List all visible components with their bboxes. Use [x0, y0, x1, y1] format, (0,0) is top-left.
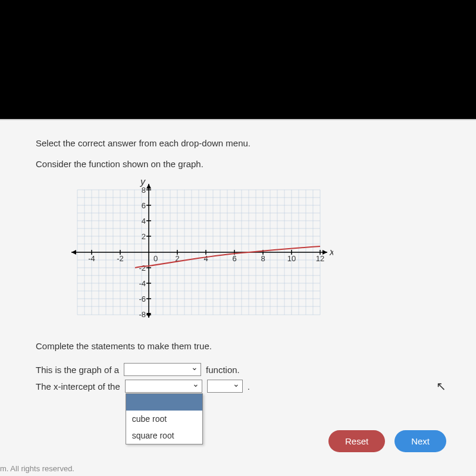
- svg-text:8: 8: [261, 254, 265, 263]
- dropdown-option-blank[interactable]: [126, 394, 202, 411]
- svg-text:2: 2: [142, 232, 146, 241]
- svg-text:10: 10: [287, 254, 296, 263]
- dropdown-option-cube-root[interactable]: cube root: [126, 411, 202, 427]
- footer-text: m. All rights reserved.: [0, 464, 74, 473]
- dropdown-option-square-root[interactable]: square root: [126, 427, 202, 444]
- button-row: Reset Next: [328, 430, 446, 452]
- svg-text:6: 6: [142, 201, 146, 210]
- svg-text:6: 6: [232, 254, 236, 263]
- svg-text:-2: -2: [139, 264, 146, 273]
- statement-1-post: function.: [206, 365, 240, 375]
- top-black-bar: [0, 0, 476, 119]
- svg-text:0: 0: [154, 254, 158, 263]
- svg-text:-6: -6: [139, 295, 146, 303]
- function-type-dropdown[interactable]: [124, 363, 201, 376]
- statement-1-pre: This is the graph of a: [36, 365, 119, 375]
- svg-text:-8: -8: [139, 310, 146, 319]
- complete-statement-text: Complete the statements to make them tru…: [36, 341, 458, 351]
- x-intercept-dropdown[interactable]: cube root square root: [125, 380, 202, 393]
- svg-text:-4: -4: [88, 254, 95, 263]
- svg-text:y: y: [140, 178, 146, 187]
- content-area: Select the correct answer from each drop…: [0, 119, 476, 476]
- instruction-text: Select the correct answer from each drop…: [36, 138, 458, 148]
- x-intercept-value-dropdown[interactable]: [207, 380, 243, 393]
- next-button[interactable]: Next: [394, 430, 446, 452]
- svg-text:8: 8: [142, 186, 146, 195]
- function-graph: -4-2024681012 8642-2-4-6-8 y x: [60, 178, 333, 327]
- dropdown-menu: cube root square root: [126, 393, 203, 444]
- reset-button[interactable]: Reset: [328, 430, 385, 452]
- svg-text:4: 4: [142, 217, 146, 226]
- svg-text:-2: -2: [117, 254, 124, 263]
- svg-text:12: 12: [316, 254, 324, 263]
- svg-text:-4: -4: [139, 279, 146, 288]
- statement-1: This is the graph of a function.: [36, 363, 458, 376]
- statement-2: The x-intercept of the cube root square …: [36, 380, 458, 393]
- consider-text: Consider the function shown on the graph…: [36, 159, 458, 169]
- svg-marker-56: [146, 184, 151, 189]
- svg-marker-57: [146, 313, 151, 318]
- svg-text:x: x: [329, 247, 333, 257]
- svg-marker-55: [71, 250, 76, 255]
- cursor-icon: ↖: [436, 379, 446, 393]
- period: .: [248, 381, 250, 392]
- svg-text:4: 4: [203, 254, 208, 263]
- statement-2-pre: The x-intercept of the: [36, 381, 120, 392]
- graph-container: -4-2024681012 8642-2-4-6-8 y x: [60, 178, 458, 329]
